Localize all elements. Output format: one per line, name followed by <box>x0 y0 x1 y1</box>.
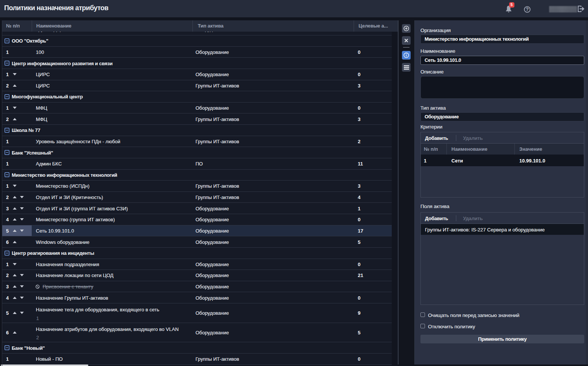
svg-text:?: ? <box>526 6 529 12</box>
